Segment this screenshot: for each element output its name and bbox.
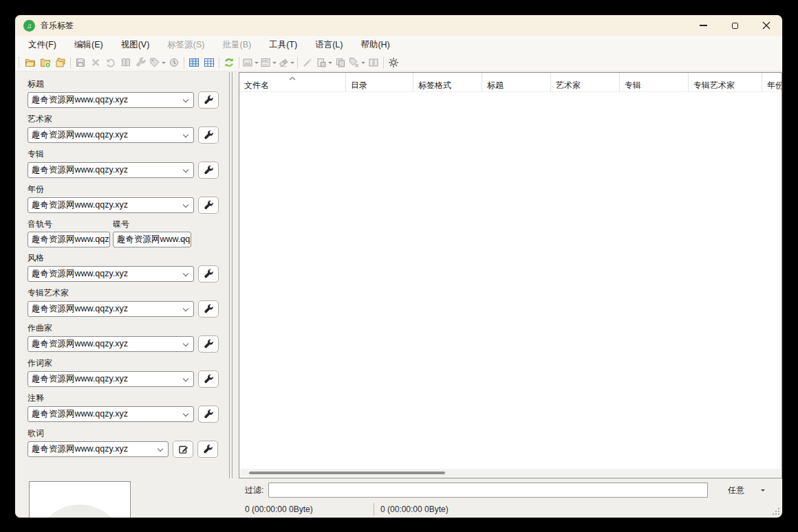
menu-file[interactable]: 文件(F) bbox=[19, 36, 65, 54]
lyricist-wrench-button[interactable] bbox=[198, 370, 219, 388]
album-art-box[interactable] bbox=[29, 481, 131, 518]
album-wrench-button[interactable] bbox=[198, 162, 219, 179]
toolbar-wrench-button[interactable] bbox=[133, 55, 149, 70]
toolbar-split-view-button[interactable] bbox=[366, 55, 381, 70]
composer-label: 作曲家 bbox=[28, 322, 229, 333]
tag-editor-panel: 标题趣奇资源网www.qqzy.xyz艺术家趣奇资源网www.qqzy.xyz专… bbox=[15, 72, 229, 518]
genre-wrench-button[interactable] bbox=[198, 265, 219, 282]
track-combobox[interactable]: 趣奇资源网www.qqzy.xyz bbox=[28, 232, 110, 247]
clean-tags-icon bbox=[278, 57, 289, 68]
column-header-文件名[interactable]: 文件名 bbox=[239, 73, 346, 91]
maximize-button[interactable] bbox=[719, 15, 751, 36]
menu-tools[interactable]: 工具(T) bbox=[260, 36, 306, 54]
toolbar-undo-button[interactable] bbox=[103, 55, 118, 70]
column-header-艺术家[interactable]: 艺术家 bbox=[551, 73, 620, 91]
filter-label: 过滤: bbox=[245, 485, 263, 496]
composer-combobox[interactable]: 趣奇资源网www.qqzy.xyz bbox=[28, 336, 194, 352]
resize-grip[interactable] bbox=[770, 506, 780, 516]
delete-icon bbox=[90, 57, 101, 68]
comment-wrench-button[interactable] bbox=[198, 406, 219, 423]
minimize-button[interactable] bbox=[687, 15, 719, 36]
year-combobox[interactable]: 趣奇资源网www.qqzy.xyz bbox=[28, 197, 194, 213]
lyrics-wrench-button[interactable] bbox=[197, 441, 218, 458]
toolbar-book-button[interactable] bbox=[118, 55, 133, 70]
column-header-label: 标题 bbox=[487, 80, 504, 90]
menu-help[interactable]: 帮助(H) bbox=[352, 36, 398, 54]
toolbar-remove-tags-button[interactable] bbox=[348, 55, 366, 70]
album-artist-combobox[interactable]: 趣奇资源网www.qqzy.xyz bbox=[28, 301, 194, 317]
toolbar-separator bbox=[297, 57, 298, 69]
menu-language[interactable]: 语言(L) bbox=[306, 36, 352, 54]
toolbar-delete-button[interactable] bbox=[88, 55, 103, 70]
grid-view-icon bbox=[188, 57, 200, 68]
album-combobox[interactable]: 趣奇资源网www.qqzy.xyz bbox=[28, 162, 194, 178]
toolbar-save-button[interactable] bbox=[73, 55, 88, 70]
lyrics-combobox[interactable]: 趣奇资源网www.qqzy.xyz bbox=[28, 441, 169, 457]
album-artist-wrench-button[interactable] bbox=[198, 300, 219, 318]
toolbar-filename-convert-button[interactable]: ABC bbox=[259, 55, 277, 70]
chevron-down-icon bbox=[183, 341, 188, 346]
disc-label: 碟号 bbox=[113, 219, 198, 229]
toolbar-cover-art-button[interactable] bbox=[241, 55, 259, 70]
toolbar-add-folder-button[interactable] bbox=[38, 55, 53, 70]
wrench-icon bbox=[136, 57, 147, 68]
toolbar-grid-view-button[interactable] bbox=[186, 55, 202, 70]
toolbar-magic-wand-button[interactable] bbox=[300, 55, 315, 70]
title-wrench-button[interactable] bbox=[198, 91, 219, 109]
lyricist-combobox[interactable]: 趣奇资源网www.qqzy.xyz bbox=[28, 371, 194, 387]
menu-tag-source[interactable]: 标签源(S) bbox=[158, 36, 213, 54]
column-header-目录[interactable]: 目录 bbox=[346, 73, 413, 91]
panel-splitter[interactable] bbox=[229, 72, 230, 478]
year-label: 年份 bbox=[28, 184, 229, 194]
file-list-table: 文件名目录标签格式标题艺术家专辑专辑艺术家年份 bbox=[239, 72, 782, 478]
column-header-专辑艺术家[interactable]: 专辑艺术家 bbox=[689, 73, 762, 91]
chevron-down-icon bbox=[183, 271, 188, 276]
close-button[interactable] bbox=[751, 15, 782, 36]
filename-convert-icon: ABC bbox=[260, 57, 271, 68]
filter-mode-dropdown[interactable]: 任意 bbox=[715, 482, 778, 498]
menu-batch[interactable]: 批量(B) bbox=[213, 36, 260, 54]
toolbar-refresh-button[interactable] bbox=[222, 55, 237, 70]
column-header-label: 专辑艺术家 bbox=[693, 80, 735, 90]
composer-wrench-button[interactable] bbox=[198, 335, 219, 353]
menu-view[interactable]: 视图(V) bbox=[112, 36, 159, 54]
filter-input[interactable] bbox=[268, 483, 708, 498]
dropdown-arrow-icon bbox=[361, 62, 365, 64]
artist-combobox[interactable]: 趣奇资源网www.qqzy.xyz bbox=[28, 127, 194, 143]
comment-wrench-icon bbox=[204, 409, 214, 419]
artist-wrench-button[interactable] bbox=[198, 126, 219, 144]
lyrics-edit-button[interactable] bbox=[173, 441, 193, 458]
status-selected-count: 0 (00:00:00 0Byte) bbox=[239, 505, 374, 514]
title-combobox[interactable]: 趣奇资源网www.qqzy.xyz bbox=[28, 92, 194, 108]
column-header-专辑[interactable]: 专辑 bbox=[620, 73, 689, 91]
toolbar-paste-tags-button[interactable] bbox=[315, 55, 333, 70]
window-controls bbox=[687, 15, 782, 36]
toolbar-open-folder-button[interactable] bbox=[23, 55, 38, 70]
column-header-label: 目录 bbox=[351, 80, 367, 90]
genre-combobox[interactable]: 趣奇资源网www.qqzy.xyz bbox=[28, 266, 194, 282]
menu-edit[interactable]: 编辑(E) bbox=[65, 36, 112, 54]
disc-combobox[interactable]: 趣奇资源网www.qqzy.xyz bbox=[113, 232, 191, 247]
table-body[interactable] bbox=[240, 93, 781, 469]
toolbar-history-button[interactable] bbox=[166, 55, 182, 70]
toolbar-tag-source-button[interactable] bbox=[149, 55, 166, 70]
album-artist-value: 趣奇资源网www.qqzy.xyz bbox=[32, 304, 128, 313]
toolbar-clean-tags-button[interactable] bbox=[277, 55, 295, 70]
column-header-标签格式[interactable]: 标签格式 bbox=[413, 73, 482, 91]
album-artist-label: 专辑艺术家 bbox=[28, 287, 229, 298]
horizontal-scrollbar[interactable] bbox=[240, 469, 781, 477]
toolbar: ABC bbox=[15, 54, 782, 71]
toolbar-copy-tags-button[interactable] bbox=[333, 55, 348, 70]
column-header-年份[interactable]: 年份 bbox=[762, 73, 781, 91]
save-icon bbox=[75, 57, 86, 68]
year-wrench-button[interactable] bbox=[198, 197, 219, 214]
toolbar-settings-button[interactable] bbox=[386, 55, 401, 70]
add-folder-icon bbox=[40, 57, 51, 68]
comment-combobox[interactable]: 趣奇资源网www.qqzy.xyz bbox=[28, 406, 194, 422]
column-header-标题[interactable]: 标题 bbox=[482, 73, 551, 91]
toolbar-grip[interactable] bbox=[19, 57, 21, 68]
toolbar-folder-stack-button[interactable] bbox=[53, 55, 68, 70]
maximize-icon bbox=[732, 23, 738, 29]
horizontal-scrollbar-thumb[interactable] bbox=[249, 472, 445, 474]
toolbar-grid-view-alt-button[interactable] bbox=[202, 55, 217, 70]
